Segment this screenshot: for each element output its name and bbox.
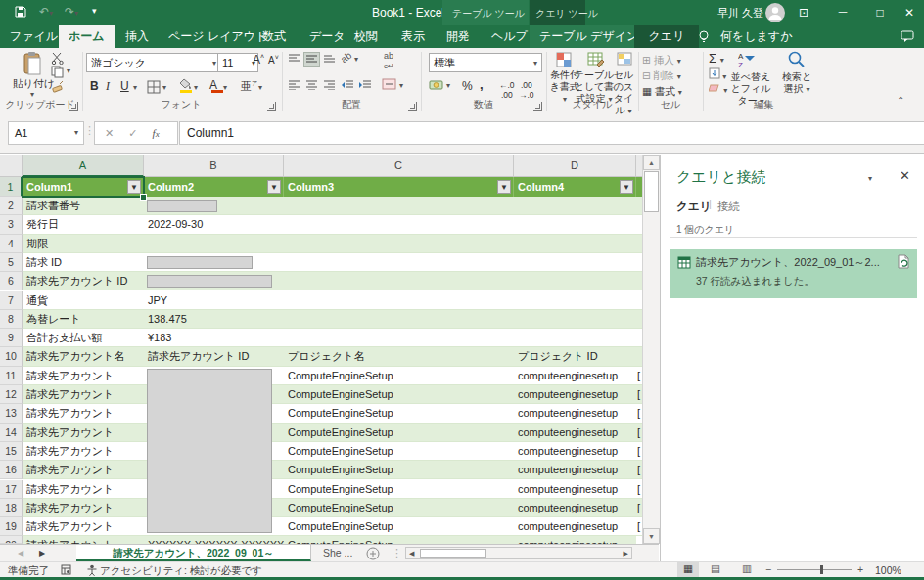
redo-icon[interactable]: ↷▾ [65, 5, 78, 19]
tabbar-splitter[interactable]: ⋮ [392, 547, 402, 559]
sort-filter-icon[interactable]: AZ [738, 51, 758, 70]
cell-C18[interactable]: ComputeEngineSetup [284, 499, 514, 517]
cell-C7[interactable] [284, 291, 514, 310]
table-header-cell-Column4[interactable]: Column4 [514, 177, 636, 197]
row-header-17[interactable]: 17 [0, 480, 23, 499]
cell-C13[interactable]: ComputeEngineSetup [284, 404, 514, 423]
cell-D6[interactable] [514, 272, 636, 290]
cell-A8[interactable]: 為替レート [23, 310, 144, 329]
increase-indent-icon[interactable] [358, 80, 372, 92]
cell-A12[interactable]: 請求先アカウント [23, 385, 144, 404]
prev-sheet-icon[interactable]: ◀ [18, 549, 23, 558]
cell-B9[interactable]: ¥183 [144, 329, 284, 347]
scroll-down-icon[interactable]: ▼ [643, 528, 660, 544]
cell-A7[interactable]: 通貨 [23, 291, 144, 310]
fill-color-icon[interactable] [178, 78, 194, 94]
cell-A20-partial[interactable]: 請求先アカウント [23, 536, 144, 544]
tell-me-label[interactable]: 何をしますか [711, 25, 802, 48]
cell-D5[interactable] [514, 253, 636, 272]
cell-D11[interactable]: computeenginesetup [514, 367, 636, 385]
orientation-caret[interactable]: ▾ [354, 55, 358, 64]
phonetic-guide-icon[interactable]: 亜ア [241, 79, 257, 94]
cell-A10[interactable]: 請求先アカウント名 [23, 347, 144, 366]
row-header-15[interactable]: 15 [0, 442, 23, 461]
tab-home[interactable]: ホーム [59, 25, 115, 48]
font-name-caret[interactable]: ▾ [212, 55, 216, 72]
qat-customize-icon[interactable]: ▾ [92, 6, 97, 16]
column-header-C[interactable]: C [284, 155, 514, 177]
merge-center-icon[interactable] [382, 78, 396, 92]
filter-dropdown-icon-col4[interactable]: ▼ [620, 180, 633, 194]
scroll-left-icon[interactable]: ◀ [409, 550, 414, 558]
top-align-icon[interactable] [288, 54, 300, 66]
font-color-caret[interactable]: ▾ [223, 83, 227, 92]
row-header-18[interactable]: 18 [0, 499, 23, 517]
cell-A5[interactable]: 請求 ID [23, 253, 144, 272]
row-header-8[interactable]: 8 [0, 310, 23, 329]
percent-style-button[interactable]: % [462, 79, 473, 93]
decrease-indent-icon[interactable] [341, 80, 354, 92]
close-button[interactable]: ✕ [895, 0, 924, 25]
zoom-in-icon[interactable]: + [857, 563, 863, 575]
increase-font-icon[interactable]: A˄ [253, 53, 264, 67]
query-item[interactable]: 請求先アカウント、2022_09_01～2... 37 行読み込まれました。 [670, 249, 917, 298]
filter-dropdown-icon-col3[interactable]: ▼ [497, 180, 511, 194]
cell-D10[interactable]: プロジェクト ID [514, 347, 636, 366]
borders-caret[interactable]: ▾ [162, 83, 166, 92]
select-all-corner[interactable] [0, 155, 23, 177]
row-header-9[interactable]: 9 [0, 329, 23, 347]
cell-A9[interactable]: 合計お支払い額 [23, 329, 144, 347]
format-painter-icon[interactable] [51, 80, 65, 95]
underline-button[interactable]: U [120, 79, 129, 93]
phonetic-caret[interactable]: ▾ [258, 83, 262, 92]
cell-B10[interactable]: 請求先アカウント ID [144, 347, 284, 366]
font-color-icon[interactable]: A [209, 78, 223, 94]
decrease-decimal-icon[interactable]: .00→.0 [519, 80, 534, 100]
decrease-font-icon[interactable]: A˅ [268, 54, 279, 66]
tab-developer[interactable]: 開発 [437, 25, 480, 48]
font-name-combo[interactable]: 游ゴシック ▾ [86, 53, 221, 72]
new-sheet-icon[interactable] [366, 547, 380, 562]
zoom-out-icon[interactable]: − [765, 563, 771, 575]
cell-B7[interactable]: JPY [144, 291, 284, 310]
tab-view[interactable]: 表示 [392, 25, 435, 48]
row-header-13[interactable]: 13 [0, 404, 23, 423]
clipboard-dialog-launcher[interactable] [69, 102, 78, 111]
row-header-4[interactable]: 4 [0, 235, 23, 253]
tab-review[interactable]: 校閲 [345, 25, 388, 48]
cell-D17[interactable]: computeenginesetup [514, 480, 636, 499]
font-dialog-launcher[interactable] [267, 102, 276, 111]
cell-A14[interactable]: 請求先アカウント [23, 424, 144, 442]
cancel-entry-icon[interactable]: ✕ [105, 127, 114, 139]
orientation-icon[interactable]: ab [339, 50, 354, 66]
autosum-icon[interactable]: Σ ▾ [709, 51, 724, 66]
find-select-icon[interactable] [787, 50, 805, 69]
currency-format-icon[interactable] [429, 78, 444, 93]
cut-icon[interactable] [51, 52, 65, 67]
cell-D3[interactable] [514, 215, 636, 234]
save-icon[interactable] [14, 5, 27, 21]
collapse-ribbon-icon[interactable]: ⌃ [897, 95, 904, 106]
vertical-scroll-thumb[interactable] [644, 171, 659, 212]
cell-C15[interactable]: ComputeEngineSetup [284, 442, 514, 461]
comment-icon[interactable] [901, 30, 914, 45]
cell-D9[interactable] [514, 329, 636, 347]
paste-icon[interactable] [22, 52, 43, 77]
cell-D8[interactable] [514, 310, 636, 329]
cell-D4[interactable] [514, 235, 636, 253]
cell-A4[interactable]: 期限 [23, 235, 144, 253]
cell-C19[interactable]: ComputeEngineSetup [284, 517, 514, 536]
zoom-slider-track[interactable] [777, 569, 852, 570]
filter-dropdown-icon-col1[interactable]: ▼ [127, 180, 141, 194]
panel-tab-queries[interactable]: クエリ [676, 200, 711, 214]
underline-caret[interactable]: ▾ [133, 83, 137, 92]
cell-D2[interactable] [514, 197, 636, 215]
fill-icon[interactable]: ▾ [709, 67, 726, 81]
middle-align-icon[interactable] [303, 52, 320, 67]
alignment-dialog-launcher[interactable] [408, 102, 417, 111]
scroll-right-icon[interactable]: ▶ [624, 550, 628, 558]
cell-C17[interactable]: ComputeEngineSetup [284, 480, 514, 499]
cell-D7[interactable] [514, 291, 636, 310]
row-header-14[interactable]: 14 [0, 424, 23, 442]
cell-C11[interactable]: ComputeEngineSetup [284, 367, 514, 385]
